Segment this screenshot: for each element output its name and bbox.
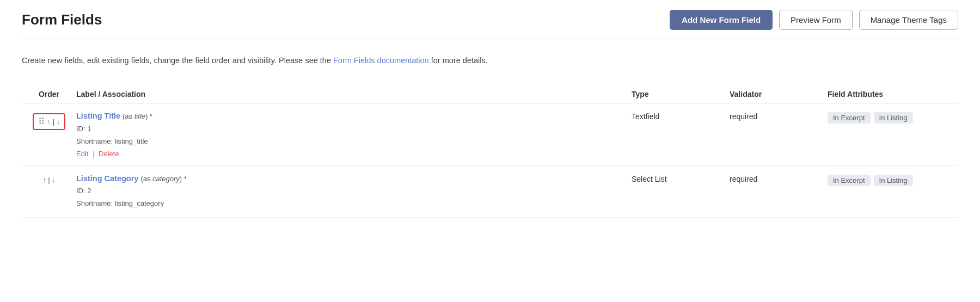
validator-cell-2: required	[730, 174, 828, 183]
field-actions-1: Edit | Delete	[76, 150, 621, 158]
field-shortname-2: Shortname: listing_category	[76, 198, 621, 209]
type-cell-2: Select List	[632, 174, 730, 183]
page-header: Form Fields Add New Form Field Preview F…	[22, 0, 958, 39]
col-header-order: Order	[22, 90, 76, 98]
description-area: Create new fields, edit existing fields,…	[22, 39, 958, 77]
validator-cell-1: required	[730, 111, 828, 121]
separator: |	[52, 118, 54, 126]
attr-badge-in-listing-1: In Listing	[874, 112, 913, 124]
field-shortname-1: Shortname: listing_title	[76, 136, 621, 147]
col-header-validator: Validator	[730, 90, 828, 98]
attr-badge-in-excerpt-2: In Excerpt	[828, 175, 871, 186]
table-row: ↑ | ↓ Listing Category (as category) * I…	[22, 166, 958, 218]
field-label-link-1[interactable]: Listing Title	[76, 112, 120, 120]
attributes-cell-2: In Excerpt In Listing	[828, 174, 958, 186]
attr-badge-in-listing-2: In Listing	[874, 175, 913, 186]
down-arrow-icon-2[interactable]: ↓	[52, 176, 56, 184]
manage-theme-tags-button[interactable]: Manage Theme Tags	[859, 10, 958, 30]
description-text-after: for more details.	[429, 56, 488, 65]
edit-link-1[interactable]: Edit	[76, 150, 88, 158]
col-header-attributes: Field Attributes	[828, 90, 958, 98]
delete-link-1[interactable]: Delete	[99, 150, 119, 158]
label-cell-1: Listing Title (as title) * ID: 1 Shortna…	[76, 111, 632, 157]
field-label-row: Listing Title (as title) *	[76, 111, 621, 122]
form-fields-documentation-link[interactable]: Form Fields documentation	[333, 56, 429, 65]
preview-form-button[interactable]: Preview Form	[779, 10, 853, 30]
col-header-label: Label / Association	[76, 90, 632, 98]
description-text-before: Create new fields, edit existing fields,…	[22, 56, 333, 65]
separator-1: |	[93, 150, 96, 158]
separator-2: |	[48, 176, 50, 184]
add-new-form-field-button[interactable]: Add New Form Field	[670, 10, 773, 30]
down-arrow-icon[interactable]: ↓	[57, 118, 60, 126]
order-arrows-2: ↑ | ↓	[43, 176, 55, 184]
up-arrow-icon-2[interactable]: ↑	[43, 176, 47, 184]
order-box-highlighted: ⠿ ↑ | ↓	[33, 113, 66, 130]
table-row: ⠿ ↑ | ↓ Listing Title (as title) * ID: 1…	[22, 103, 958, 165]
page-title: Form Fields	[22, 11, 102, 28]
field-label-row-2: Listing Category (as category) *	[76, 174, 621, 185]
order-cell-1: ⠿ ↑ | ↓	[22, 111, 76, 130]
order-cell-2: ↑ | ↓	[22, 174, 76, 184]
drag-handle-icon: ⠿	[38, 116, 44, 127]
table-header-row: Order Label / Association Type Validator…	[22, 85, 958, 103]
type-cell-1: Textfield	[632, 111, 730, 121]
form-fields-table: Order Label / Association Type Validator…	[22, 85, 958, 218]
attributes-cell-1: In Excerpt In Listing	[828, 111, 958, 124]
field-id-1: ID: 1	[76, 124, 621, 135]
field-label-link-2[interactable]: Listing Category	[76, 174, 138, 183]
field-id-2: ID: 2	[76, 186, 621, 197]
header-actions: Add New Form Field Preview Form Manage T…	[670, 10, 958, 30]
attr-badge-in-excerpt-1: In Excerpt	[828, 112, 871, 124]
up-arrow-icon[interactable]: ↑	[47, 118, 51, 126]
col-header-type: Type	[632, 90, 730, 98]
label-cell-2: Listing Category (as category) * ID: 2 S…	[76, 174, 632, 209]
